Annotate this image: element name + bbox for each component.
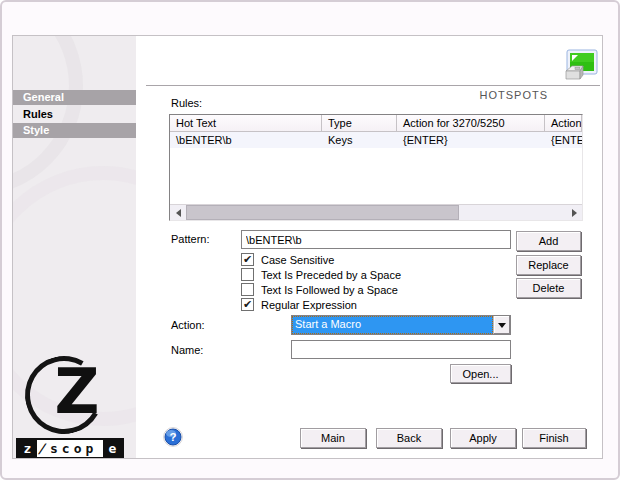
cell-action-3270: {ENTER} [397,132,545,148]
scrollbar-track[interactable] [459,205,566,220]
pattern-label: Pattern: [171,233,210,245]
sidebar-item-rules[interactable]: Rules [13,106,136,122]
chevron-down-icon [498,323,506,328]
back-button[interactable]: Back [376,428,442,448]
zscope-logo: Z z / scop e [13,354,136,458]
wordmark-z: z [18,440,37,457]
checkbox-label: Regular Expression [254,299,357,311]
regular-expression-checkbox[interactable]: ✔ [241,298,254,311]
checkbox-row-followed-space: Text Is Followed by a Space [241,283,398,296]
table-row[interactable]: \bENTER\b Keys {ENTER} {ENTE [170,132,582,148]
open-button[interactable]: Open... [450,364,511,383]
sidebar: General Rules Style Z z / scop e [13,36,136,458]
column-header-hot-text[interactable]: Hot Text [170,115,322,131]
pattern-input[interactable] [241,230,511,249]
scrollbar-thumb[interactable] [186,205,459,220]
followed-by-space-checkbox[interactable] [241,283,254,296]
cell-type: Keys [322,132,397,148]
horizontal-scrollbar[interactable] [170,204,582,220]
sidebar-item-style[interactable]: Style [13,123,136,138]
rules-list-label: Rules: [171,97,202,109]
preceded-by-space-checkbox[interactable] [241,268,254,281]
main-button[interactable]: Main [300,428,366,448]
logo-letter: Z [47,356,107,428]
case-sensitive-checkbox[interactable]: ✔ [241,253,254,266]
scroll-right-icon[interactable] [566,205,582,220]
sidebar-item-general[interactable]: General [13,90,136,105]
name-input[interactable] [291,340,511,359]
page-title: HOTSPOTS [479,89,548,101]
cell-hot-text: \bENTER\b [170,132,322,148]
column-header-type[interactable]: Type [322,115,397,131]
add-button[interactable]: Add [516,231,581,251]
cell-action-vt: {ENTE [545,132,582,148]
finish-button[interactable]: Finish [522,428,586,448]
rules-table[interactable]: Hot Text Type Action for 3270/5250 Actio… [169,114,583,221]
svg-text:?: ? [169,431,176,443]
header-divider [146,85,600,86]
scroll-left-icon[interactable] [170,205,186,220]
action-dropdown-selected-value: Start a Macro [292,316,493,334]
name-label: Name: [171,344,203,356]
dropdown-arrow-button[interactable] [493,316,510,334]
delete-button[interactable]: Delete [516,278,581,298]
column-header-action-3270[interactable]: Action for 3270/5250 [397,115,545,131]
table-header-row: Hot Text Type Action for 3270/5250 Actio… [170,115,582,132]
apply-button[interactable]: Apply [450,428,516,448]
checkbox-label: Text Is Followed by a Space [254,284,398,296]
checkbox-label: Case Sensitive [254,254,334,266]
wordmark-scope: scop [48,440,103,457]
zscope-wordmark: z / scop e [16,438,124,458]
hotspots-icon [564,49,598,83]
action-dropdown[interactable]: Start a Macro [291,315,511,335]
hotspots-dialog-window: General Rules Style Z z / scop e HOTSPOT… [0,0,620,480]
column-header-action-vt[interactable]: Action [545,115,582,131]
checkbox-row-case-sensitive: ✔ Case Sensitive [241,253,334,266]
checkbox-row-preceded-space: Text Is Preceded by a Space [241,268,401,281]
action-label: Action: [171,319,205,331]
wordmark-e: e [103,440,122,457]
help-icon[interactable]: ? [163,427,183,447]
checkbox-row-regular-expression: ✔ Regular Expression [241,298,357,311]
checkbox-label: Text Is Preceded by a Space [254,269,401,281]
replace-button[interactable]: Replace [516,255,581,275]
dialog-inner-panel: General Rules Style Z z / scop e HOTSPOT… [12,35,603,459]
content-panel: HOTSPOTS Rules: Hot Text [136,36,602,458]
